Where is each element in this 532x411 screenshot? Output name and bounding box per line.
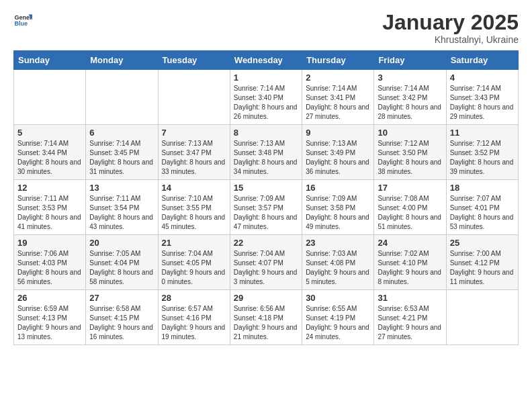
day-header-wednesday: Wednesday: [230, 51, 302, 70]
day-info: Sunrise: 7:14 AM Sunset: 3:43 PM Dayligh…: [450, 84, 515, 122]
day-cell: 1Sunrise: 7:14 AM Sunset: 3:40 PM Daylig…: [230, 70, 302, 125]
day-info: Sunrise: 7:09 AM Sunset: 3:58 PM Dayligh…: [306, 194, 370, 232]
day-info: Sunrise: 7:04 AM Sunset: 4:05 PM Dayligh…: [162, 249, 226, 287]
day-number: 26: [17, 293, 82, 303]
day-info: Sunrise: 7:13 AM Sunset: 3:48 PM Dayligh…: [234, 139, 298, 177]
day-info: Sunrise: 7:14 AM Sunset: 3:40 PM Dayligh…: [234, 84, 298, 122]
day-info: Sunrise: 7:14 AM Sunset: 3:44 PM Dayligh…: [17, 139, 82, 177]
day-info: Sunrise: 7:10 AM Sunset: 3:55 PM Dayligh…: [162, 194, 226, 232]
day-cell: 29Sunrise: 6:56 AM Sunset: 4:18 PM Dayli…: [230, 290, 302, 345]
calendar-header: SundayMondayTuesdayWednesdayThursdayFrid…: [14, 51, 519, 70]
day-number: 9: [306, 128, 370, 138]
day-info: Sunrise: 7:13 AM Sunset: 3:47 PM Dayligh…: [162, 139, 226, 177]
day-number: 3: [378, 73, 442, 83]
day-cell: 18Sunrise: 7:07 AM Sunset: 4:01 PM Dayli…: [446, 180, 518, 235]
day-cell: 4Sunrise: 7:14 AM Sunset: 3:43 PM Daylig…: [446, 70, 518, 125]
month-title: January 2025: [382, 11, 519, 34]
day-cell: 10Sunrise: 7:12 AM Sunset: 3:50 PM Dayli…: [374, 125, 446, 180]
day-cell: 2Sunrise: 7:14 AM Sunset: 3:41 PM Daylig…: [302, 70, 374, 125]
day-number: 2: [306, 73, 370, 83]
day-number: 29: [234, 293, 298, 303]
day-number: 25: [450, 238, 515, 248]
day-info: Sunrise: 7:06 AM Sunset: 4:03 PM Dayligh…: [17, 249, 82, 287]
day-number: 19: [17, 238, 82, 248]
day-info: Sunrise: 7:14 AM Sunset: 3:45 PM Dayligh…: [89, 139, 154, 177]
day-cell: 23Sunrise: 7:03 AM Sunset: 4:08 PM Dayli…: [302, 235, 374, 290]
day-cell: 6Sunrise: 7:14 AM Sunset: 3:45 PM Daylig…: [86, 125, 158, 180]
day-info: Sunrise: 6:53 AM Sunset: 4:21 PM Dayligh…: [378, 304, 442, 342]
day-cell: 31Sunrise: 6:53 AM Sunset: 4:21 PM Dayli…: [374, 290, 446, 345]
day-number: 4: [450, 73, 515, 83]
day-info: Sunrise: 7:04 AM Sunset: 4:07 PM Dayligh…: [234, 249, 298, 287]
day-cell: 19Sunrise: 7:06 AM Sunset: 4:03 PM Dayli…: [14, 235, 86, 290]
day-number: 5: [17, 128, 82, 138]
day-info: Sunrise: 7:14 AM Sunset: 3:42 PM Dayligh…: [378, 84, 442, 122]
day-cell: 13Sunrise: 7:11 AM Sunset: 3:54 PM Dayli…: [86, 180, 158, 235]
day-cell: 25Sunrise: 7:00 AM Sunset: 4:12 PM Dayli…: [446, 235, 518, 290]
day-cell: [158, 70, 230, 125]
day-info: Sunrise: 7:02 AM Sunset: 4:10 PM Dayligh…: [378, 249, 442, 287]
day-cell: 30Sunrise: 6:55 AM Sunset: 4:19 PM Dayli…: [302, 290, 374, 345]
day-number: 20: [89, 238, 154, 248]
week-row-2: 5Sunrise: 7:14 AM Sunset: 3:44 PM Daylig…: [14, 125, 519, 180]
day-number: 22: [234, 238, 298, 248]
day-number: 30: [306, 293, 370, 303]
day-number: 17: [378, 183, 442, 193]
day-cell: 27Sunrise: 6:58 AM Sunset: 4:15 PM Dayli…: [86, 290, 158, 345]
day-info: Sunrise: 6:59 AM Sunset: 4:13 PM Dayligh…: [17, 304, 82, 342]
day-number: 27: [89, 293, 154, 303]
day-number: 10: [378, 128, 442, 138]
day-info: Sunrise: 7:03 AM Sunset: 4:08 PM Dayligh…: [306, 249, 370, 287]
day-number: 28: [162, 293, 226, 303]
day-number: 6: [89, 128, 154, 138]
calendar-body: 1Sunrise: 7:14 AM Sunset: 3:40 PM Daylig…: [14, 70, 519, 345]
day-info: Sunrise: 6:58 AM Sunset: 4:15 PM Dayligh…: [89, 304, 154, 342]
day-number: 7: [162, 128, 226, 138]
day-header-tuesday: Tuesday: [158, 51, 230, 70]
day-cell: 20Sunrise: 7:05 AM Sunset: 4:04 PM Dayli…: [86, 235, 158, 290]
day-cell: 17Sunrise: 7:08 AM Sunset: 4:00 PM Dayli…: [374, 180, 446, 235]
day-info: Sunrise: 7:09 AM Sunset: 3:57 PM Dayligh…: [234, 194, 298, 232]
day-info: Sunrise: 7:12 AM Sunset: 3:52 PM Dayligh…: [450, 139, 515, 177]
week-row-5: 26Sunrise: 6:59 AM Sunset: 4:13 PM Dayli…: [14, 290, 519, 345]
day-cell: 22Sunrise: 7:04 AM Sunset: 4:07 PM Dayli…: [230, 235, 302, 290]
day-cell: 16Sunrise: 7:09 AM Sunset: 3:58 PM Dayli…: [302, 180, 374, 235]
day-header-sunday: Sunday: [14, 51, 86, 70]
day-number: 23: [306, 238, 370, 248]
day-cell: [446, 290, 518, 345]
day-cell: [14, 70, 86, 125]
day-cell: 3Sunrise: 7:14 AM Sunset: 3:42 PM Daylig…: [374, 70, 446, 125]
day-header-monday: Monday: [86, 51, 158, 70]
day-info: Sunrise: 7:14 AM Sunset: 3:41 PM Dayligh…: [306, 84, 370, 122]
day-number: 31: [378, 293, 442, 303]
day-header-thursday: Thursday: [302, 51, 374, 70]
day-cell: 14Sunrise: 7:10 AM Sunset: 3:55 PM Dayli…: [158, 180, 230, 235]
day-info: Sunrise: 6:55 AM Sunset: 4:19 PM Dayligh…: [306, 304, 370, 342]
day-info: Sunrise: 7:05 AM Sunset: 4:04 PM Dayligh…: [89, 249, 154, 287]
day-cell: 26Sunrise: 6:59 AM Sunset: 4:13 PM Dayli…: [14, 290, 86, 345]
week-row-4: 19Sunrise: 7:06 AM Sunset: 4:03 PM Dayli…: [14, 235, 519, 290]
day-number: 24: [378, 238, 442, 248]
day-cell: 21Sunrise: 7:04 AM Sunset: 4:05 PM Dayli…: [158, 235, 230, 290]
day-cell: 12Sunrise: 7:11 AM Sunset: 3:53 PM Dayli…: [14, 180, 86, 235]
day-number: 12: [17, 183, 82, 193]
logo-icon: General Blue: [13, 11, 32, 30]
day-info: Sunrise: 7:12 AM Sunset: 3:50 PM Dayligh…: [378, 139, 442, 177]
logo: General Blue: [13, 11, 32, 30]
day-number: 1: [234, 73, 298, 83]
day-cell: 28Sunrise: 6:57 AM Sunset: 4:16 PM Dayli…: [158, 290, 230, 345]
title-block: January 2025 Khrustalnyi, Ukraine: [382, 11, 519, 45]
day-cell: 8Sunrise: 7:13 AM Sunset: 3:48 PM Daylig…: [230, 125, 302, 180]
subtitle: Khrustalnyi, Ukraine: [382, 34, 519, 45]
day-cell: 9Sunrise: 7:13 AM Sunset: 3:49 PM Daylig…: [302, 125, 374, 180]
day-info: Sunrise: 7:13 AM Sunset: 3:49 PM Dayligh…: [306, 139, 370, 177]
day-info: Sunrise: 7:00 AM Sunset: 4:12 PM Dayligh…: [450, 249, 515, 287]
day-number: 14: [162, 183, 226, 193]
day-number: 8: [234, 128, 298, 138]
day-header-saturday: Saturday: [446, 51, 518, 70]
calendar-table: SundayMondayTuesdayWednesdayThursdayFrid…: [13, 50, 519, 345]
day-number: 18: [450, 183, 515, 193]
day-number: 11: [450, 128, 515, 138]
day-cell: 11Sunrise: 7:12 AM Sunset: 3:52 PM Dayli…: [446, 125, 518, 180]
day-cell: 15Sunrise: 7:09 AM Sunset: 3:57 PM Dayli…: [230, 180, 302, 235]
